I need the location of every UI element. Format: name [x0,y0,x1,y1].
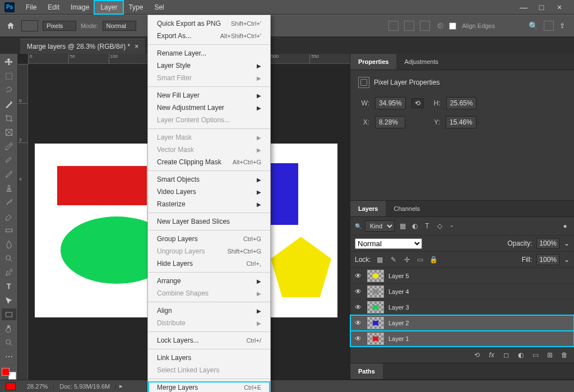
wand-tool[interactable] [2,98,16,110]
adjustment-layer-icon[interactable]: ◐ [516,351,526,359]
more-options-icon[interactable] [420,21,430,31]
filter-toggle-icon[interactable]: ● [561,222,570,230]
width-input[interactable]: 34.95% [375,97,406,109]
menu-item-merge-layers[interactable]: Merge LayersCtrl+E [148,381,270,392]
heal-tool[interactable] [2,154,16,166]
path-select-tool[interactable] [2,294,16,306]
menu-item-rasterize[interactable]: Rasterize▶ [148,198,270,210]
distribute-icon[interactable] [404,21,414,31]
height-input[interactable]: 25.65% [446,97,477,109]
brush-tool[interactable] [2,168,16,180]
foreground-color-swatch[interactable] [2,368,10,376]
fill-input[interactable]: 100% [536,254,559,265]
delete-layer-icon[interactable]: 🗑 [559,351,570,359]
mask-icon[interactable]: ◻ [501,351,511,359]
menu-item-lock-layers-[interactable]: Lock Layers...Ctrl+/ [148,334,270,347]
opacity-arrow-icon[interactable]: ⌄ [564,239,570,247]
eyedropper-tool[interactable] [2,140,16,152]
layer-row-layer-1[interactable]: 👁Layer 1 [350,331,574,347]
status-arrow-icon[interactable]: ▸ [116,382,123,390]
menu-edit[interactable]: Edit [42,1,65,13]
fx-icon[interactable]: fx [487,351,497,359]
menu-item-smart-objects[interactable]: Smart Objects▶ [148,173,270,186]
document-tab[interactable]: Marge layers @ 28.3% (RGB/8#) * × [20,39,145,54]
filter-smart-icon[interactable]: ▫ [447,222,456,230]
menu-item-new-layer-based-slices[interactable]: New Layer Based Slices [148,215,270,228]
menu-item-quick-export-as-png[interactable]: Quick Export as PNGShift+Ctrl+' [148,17,270,30]
history-brush-tool[interactable] [2,196,16,208]
lock-trans-icon[interactable]: ▦ [376,256,385,264]
units-dropdown[interactable]: Pixels [43,21,76,31]
y-input[interactable]: 15.46% [446,116,476,128]
tab-properties[interactable]: Properties [350,54,396,70]
home-icon[interactable] [4,20,17,32]
menu-item-group-layers[interactable]: Group LayersCtrl+G [148,233,270,245]
menu-item-layer-style[interactable]: Layer Style▶ [148,59,270,72]
menu-image[interactable]: Image [65,1,95,13]
marquee-tool[interactable] [2,70,16,82]
minimize-button[interactable]: — [517,3,530,12]
link-wh-icon[interactable]: ⟲ [411,98,424,108]
opacity-input[interactable]: 100% [536,238,559,249]
lasso-tool[interactable] [2,84,16,96]
visibility-icon[interactable]: 👁 [354,319,363,327]
menu-item-arrange[interactable]: Arrange▶ [148,275,270,287]
zoom-tool[interactable] [2,336,16,348]
tab-layers[interactable]: Layers [350,201,386,216]
visibility-icon[interactable]: 👁 [354,335,363,343]
menu-item-rename-layer-[interactable]: Rename Layer... [148,47,270,59]
tab-close-icon[interactable]: × [135,43,138,50]
visibility-icon[interactable]: 👁 [354,272,363,280]
visibility-icon[interactable]: 👁 [354,303,363,311]
share-icon[interactable]: ⇪ [559,22,565,30]
visibility-icon[interactable]: 👁 [354,288,363,296]
menu-item-export-as-[interactable]: Export As...Alt+Shift+Ctrl+' [148,30,270,42]
close-button[interactable]: × [553,3,566,12]
fill-swatch-dropdown[interactable] [21,20,38,31]
blend-mode-select[interactable]: Normal [355,238,422,249]
blend-mode-dropdown[interactable]: Normal [103,21,136,31]
layer-row-layer-4[interactable]: 👁Layer 4 [350,284,574,299]
status-color-swatch[interactable] [6,382,16,390]
menu-item-new-adjustment-layer[interactable]: New Adjustment Layer▶ [148,102,270,114]
search-icon[interactable]: 🔍 [529,21,538,30]
more-tools[interactable]: ⋯ [2,351,16,362]
lock-artboard-icon[interactable]: ▭ [416,256,425,264]
menu-item-create-clipping-mask[interactable]: Create Clipping MaskAlt+Ctrl+G [148,156,270,168]
menu-layer[interactable]: Layer [95,1,123,13]
pen-tool[interactable] [2,266,16,278]
align-edges-checkbox[interactable] [449,22,456,30]
layer-row-layer-5[interactable]: 👁Layer 5 [350,268,574,284]
type-tool[interactable]: T [2,280,16,292]
eraser-tool[interactable] [2,210,16,222]
menu-sel[interactable]: Sel [149,1,169,13]
menu-type[interactable]: Type [123,1,149,13]
filter-shape-icon[interactable]: ◇ [435,222,444,230]
zoom-level[interactable]: 28.27% [21,383,54,390]
align-icon[interactable] [388,21,399,31]
lock-all-icon[interactable]: 🔒 [429,256,438,264]
hand-tool[interactable] [2,322,16,334]
menu-item-link-layers[interactable]: Link Layers [148,352,270,364]
background-color-swatch[interactable] [8,372,16,380]
menu-item-new-fill-layer[interactable]: New Fill Layer▶ [148,89,270,102]
gradient-tool[interactable] [2,224,16,236]
layer-row-layer-2[interactable]: 👁Layer 2 [350,315,574,331]
tab-channels[interactable]: Channels [386,201,427,216]
move-tool[interactable] [2,56,16,68]
stamp-tool[interactable] [2,182,16,194]
tab-paths[interactable]: Paths [350,363,383,379]
layer-filter-kind[interactable]: Kind [365,220,395,232]
filter-type-icon[interactable]: T [423,222,432,230]
layer-row-layer-3[interactable]: 👁Layer 3 [350,299,574,315]
filter-adjust-icon[interactable]: ◐ [410,222,419,230]
blur-tool[interactable] [2,238,16,250]
rectangle-tool[interactable] [2,308,16,320]
crop-tool[interactable] [2,112,16,124]
menu-file[interactable]: File [20,1,42,13]
gear-icon[interactable] [436,22,443,30]
filter-pixel-icon[interactable]: ▦ [398,222,407,230]
maximize-button[interactable]: □ [535,3,548,12]
color-swatches[interactable] [2,368,16,380]
tab-adjustments[interactable]: Adjustments [396,54,446,70]
